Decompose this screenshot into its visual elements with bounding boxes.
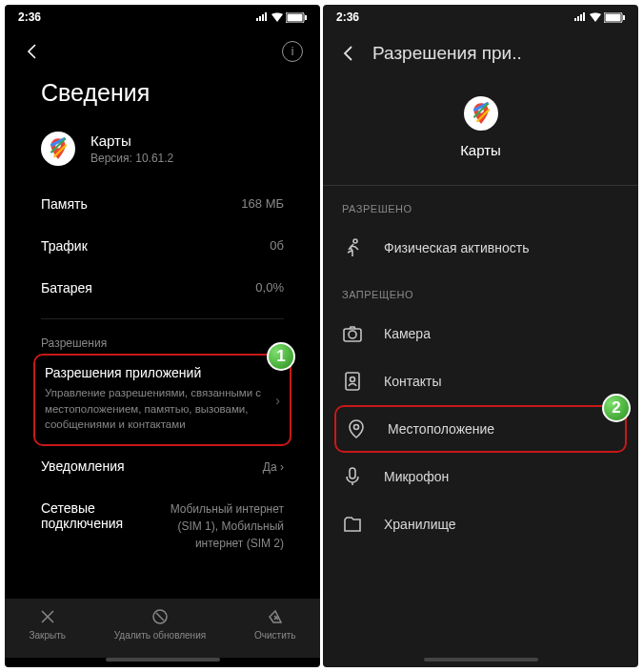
status-bar: 2:36 [5, 5, 320, 30]
row-traffic[interactable]: Трафик0б [5, 225, 320, 267]
app-header: Карты [323, 77, 638, 186]
callout-badge-1: 1 [267, 342, 295, 371]
app-name: Карты [90, 132, 173, 149]
row-notifications[interactable]: УведомленияДа › [5, 446, 320, 488]
bottom-bar: Закрыть Удалить обновления Очистить [5, 599, 320, 658]
clear-button[interactable]: Очистить [254, 608, 296, 641]
app-header: Карты Версия: 10.61.2 [5, 126, 320, 183]
app-name: Карты [460, 142, 501, 158]
home-indicator [424, 658, 538, 662]
clock: 2:36 [18, 10, 41, 24]
section-denied: ЗАПРЕЩЕНО [323, 272, 638, 310]
clock: 2:36 [336, 10, 359, 24]
perm-camera[interactable]: Камера [323, 310, 638, 357]
chevron-right-icon: › [275, 393, 280, 408]
callout-badge-2: 2 [602, 394, 631, 422]
page-title: Сведения [5, 73, 320, 126]
svg-rect-2 [305, 15, 307, 20]
status-bar: 2:36 [323, 5, 638, 30]
info-icon[interactable]: i [282, 41, 303, 62]
perm-storage[interactable]: Хранилище [323, 500, 638, 548]
app-permissions-row[interactable]: 1 Разрешения приложений Управление разре… [33, 354, 291, 446]
row-memory[interactable]: Память168 МБ [5, 183, 320, 225]
top-bar: Разрешения при.. [323, 30, 638, 77]
status-icons [573, 10, 625, 24]
back-button[interactable] [338, 44, 357, 63]
screen-right: 2:36 Разрешения при.. Карты РАЗРЕШЕНО Фи… [323, 5, 638, 667]
maps-icon [41, 132, 75, 166]
perm-microphone[interactable]: Микрофон [323, 453, 638, 500]
perm-activity[interactable]: Физическая активность [323, 224, 638, 272]
svg-point-19 [354, 425, 359, 430]
svg-point-18 [351, 377, 355, 382]
screen-left: 2:36 i Сведения Карты Версия: 10.61.2 Па… [5, 5, 320, 667]
svg-rect-7 [623, 15, 625, 20]
divider [41, 318, 284, 319]
maps-icon [464, 96, 498, 131]
home-indicator [106, 658, 220, 662]
svg-point-14 [353, 239, 357, 243]
row-network[interactable]: Сетевые подключенияМобильный интернет (S… [5, 488, 320, 564]
svg-point-16 [349, 331, 356, 338]
row-battery[interactable]: Батарея0,0% [5, 267, 320, 309]
uninstall-updates-button[interactable]: Удалить обновления [114, 608, 206, 641]
page-title: Разрешения при.. [372, 43, 570, 64]
svg-rect-1 [288, 13, 303, 21]
section-allowed: РАЗРЕШЕНО [323, 186, 638, 224]
app-version: Версия: 10.61.2 [90, 152, 173, 165]
perm-location[interactable]: 2 Местоположение [334, 405, 627, 453]
perm-contacts[interactable]: Контакты [323, 357, 638, 405]
back-button[interactable] [22, 42, 41, 61]
status-icons [255, 10, 307, 24]
svg-rect-6 [606, 13, 621, 21]
close-button[interactable]: Закрыть [29, 608, 66, 641]
top-bar: i [5, 30, 320, 73]
svg-rect-20 [350, 468, 355, 479]
